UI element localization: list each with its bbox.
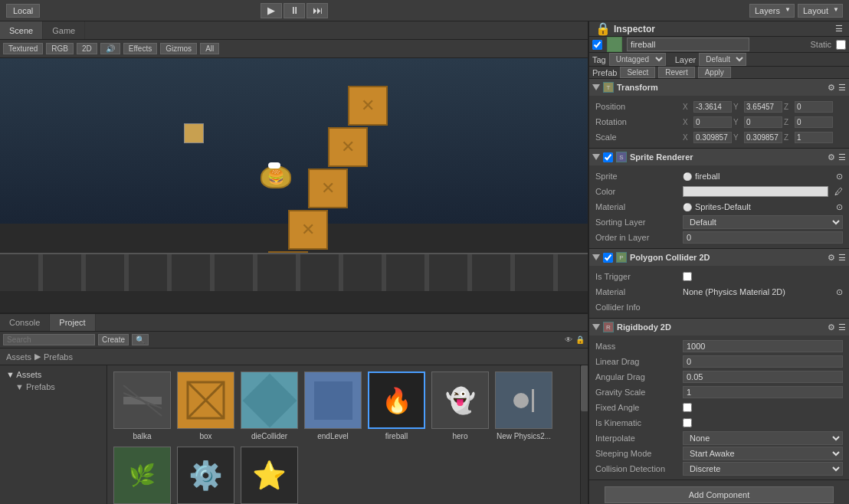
collision-detection-dropdown[interactable]: Discrete — [683, 462, 843, 476]
scene-viewport[interactable]: 🍔 — [0, 58, 588, 313]
collider-material-select-icon[interactable]: ⊙ — [836, 287, 843, 297]
rot-z-input[interactable] — [795, 116, 833, 128]
color-label: Color — [595, 187, 680, 196]
asset-item-newphysics[interactable]: New Physics2... — [495, 371, 552, 440]
sprite-select-icon[interactable]: ⊙ — [836, 172, 843, 182]
gravity-scale-row: Gravity Scale — [589, 385, 849, 400]
tree-item-prefabs[interactable]: ▼ Prefabs — [3, 381, 103, 393]
pos-y-input[interactable] — [744, 101, 782, 113]
sprite-label: Sprite — [595, 172, 680, 181]
tab-game[interactable]: Game — [43, 21, 85, 39]
scale-x-input[interactable] — [693, 132, 732, 143]
material-select-icon[interactable]: ⊙ — [836, 202, 843, 212]
rgb-button[interactable]: RGB — [46, 43, 74, 54]
asset-search-input[interactable] — [3, 334, 95, 345]
layers-layout: Layers Layout — [749, 4, 843, 18]
asset-item-balka[interactable]: balka — [113, 371, 171, 440]
fixed-angle-checkbox[interactable] — [683, 403, 692, 412]
material-row: Material ⚪ Sprites-Default ⊙ — [589, 199, 849, 214]
is-trigger-checkbox[interactable] — [683, 272, 692, 281]
pos-z-input[interactable] — [795, 101, 833, 113]
2d-button[interactable]: 2D — [77, 43, 97, 54]
is-kinematic-checkbox[interactable] — [683, 418, 692, 427]
sprite-renderer-header[interactable]: S Sprite Renderer ⚙ ☰ — [589, 149, 849, 165]
sorting-layer-dropdown[interactable]: Default — [683, 215, 843, 229]
polygon-collider-checkbox[interactable] — [603, 253, 613, 263]
asset-item-endLevel[interactable]: endLevel — [304, 371, 362, 440]
asset-thumb-hero: 👻 — [431, 371, 489, 429]
gravity-scale-input[interactable] — [683, 386, 843, 398]
prefab-select-btn[interactable]: Select — [620, 67, 655, 78]
add-component-button[interactable]: Add Component — [605, 486, 834, 503]
fx-button[interactable]: Effects — [123, 43, 157, 54]
asset-item-hero[interactable]: 👻 hero — [431, 371, 489, 440]
layout-dropdown[interactable]: Layout — [798, 4, 843, 18]
rigidbody-menu-icon[interactable]: ☰ — [838, 322, 846, 332]
tag-dropdown[interactable]: Untagged — [609, 53, 666, 66]
interpolate-label: Interpolate — [595, 434, 680, 443]
layer-label: Layer — [675, 55, 697, 64]
local-button[interactable]: Local — [6, 4, 40, 18]
object-name-input[interactable] — [627, 38, 749, 51]
linear-drag-input[interactable] — [683, 355, 843, 368]
pause-button[interactable]: ⏸ — [284, 3, 305, 18]
mass-input[interactable] — [683, 340, 843, 352]
object-active-checkbox[interactable] — [592, 40, 602, 50]
create-button[interactable]: Create — [98, 334, 129, 345]
rot-y-input[interactable] — [744, 116, 782, 128]
textured-button[interactable]: Textured — [3, 43, 43, 54]
asset-scroll-thumb[interactable] — [581, 365, 588, 411]
gizmos-button[interactable]: Gizmos — [160, 43, 197, 54]
polygon-collider-menu-icon[interactable]: ☰ — [838, 253, 846, 263]
rotation-xyz: X Y Z — [683, 116, 843, 128]
prefab-revert-btn[interactable]: Revert — [658, 67, 694, 78]
prefab-apply-btn[interactable]: Apply — [698, 67, 731, 78]
asset-item-fireball[interactable]: 🔥 fireball — [368, 371, 425, 440]
sprite-renderer-settings-icon[interactable]: ⚙ — [828, 152, 835, 162]
asset-item-gear[interactable]: ⚙️ gear — [177, 447, 234, 504]
asset-item-star[interactable]: ⭐ star — [241, 447, 298, 504]
audio-button[interactable]: 🔊 — [100, 43, 120, 54]
sprite-renderer-menu-icon[interactable]: ☰ — [838, 152, 846, 162]
asset-item-balka2[interactable]: 🌿 balka — [113, 447, 171, 504]
lock-inspector-icon: 🔒 — [595, 21, 611, 36]
asset-item-box[interactable]: box — [177, 371, 234, 440]
interpolate-dropdown[interactable]: None — [683, 431, 843, 445]
search-filter-button[interactable]: 🔍 — [132, 334, 149, 345]
console-label[interactable]: Console — [0, 314, 50, 331]
layer-dropdown[interactable]: Default — [699, 53, 746, 66]
rigidbody-settings-icon[interactable]: ⚙ — [828, 322, 835, 332]
color-swatch[interactable] — [683, 186, 828, 197]
inspector-menu-icon[interactable]: ☰ — [835, 24, 843, 34]
scale-y-input[interactable] — [744, 132, 782, 143]
angular-drag-input[interactable] — [683, 371, 843, 383]
color-picker-icon[interactable]: 🖊 — [834, 187, 843, 196]
transform-expand-icon — [592, 84, 600, 90]
scale-z-input[interactable] — [795, 132, 833, 143]
mass-label: Mass — [595, 342, 680, 351]
order-in-layer-input[interactable] — [683, 231, 843, 244]
project-label[interactable]: Project — [50, 314, 95, 331]
transform-settings-icon[interactable]: ⚙ — [828, 83, 835, 93]
tab-scene[interactable]: Scene — [0, 21, 43, 39]
polygon-collider-header[interactable]: P Polygon Collider 2D ⚙ ☰ — [589, 249, 849, 266]
static-checkbox[interactable] — [836, 40, 846, 50]
rigidbody-header[interactable]: R Rigidbody 2D ⚙ ☰ — [589, 319, 849, 335]
transform-menu-icon[interactable]: ☰ — [838, 83, 846, 93]
asset-scrollbar[interactable] — [580, 365, 588, 504]
pos-y-item: Y — [733, 101, 782, 113]
all-button[interactable]: All — [200, 43, 219, 54]
rot-x-input[interactable] — [693, 116, 732, 128]
tree-item-assets[interactable]: ▼ Assets — [3, 368, 103, 381]
sleeping-mode-dropdown[interactable]: Start Awake — [683, 447, 843, 460]
step-button[interactable]: ⏭ — [306, 3, 328, 18]
scale-y-item: Y — [733, 132, 782, 143]
transform-header[interactable]: T Transform ⚙ ☰ — [589, 79, 849, 96]
layers-dropdown[interactable]: Layers — [749, 4, 795, 18]
asset-item-dieCollider[interactable]: dieCollider — [241, 371, 298, 440]
polygon-collider-settings-icon[interactable]: ⚙ — [828, 253, 835, 263]
pos-x-input[interactable] — [693, 101, 732, 113]
pos-x-item: X — [683, 101, 732, 113]
sprite-renderer-checkbox[interactable] — [603, 152, 613, 162]
play-button[interactable]: ▶ — [261, 3, 282, 18]
